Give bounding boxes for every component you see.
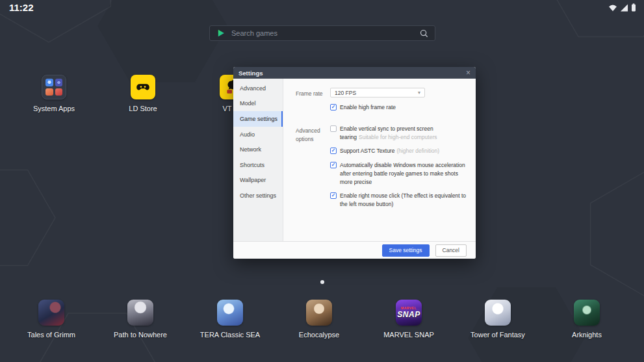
cancel-button[interactable]: Cancel [435, 244, 467, 257]
option-text: Automatically disable Windows mouse acce… [340, 162, 465, 185]
sidebar-item-label: Shortcuts [240, 162, 264, 168]
search-input[interactable] [231, 29, 420, 37]
app-system-apps[interactable]: System Apps [15, 75, 93, 112]
mouse-acceleration-checkbox[interactable]: ✓ [330, 162, 337, 168]
sidebar-item-other-settings[interactable]: Other settings [233, 188, 283, 203]
store-mini-icon [55, 88, 63, 96]
chevron-down-icon: ▾ [418, 90, 420, 96]
battery-icon [631, 3, 636, 12]
high-frame-rate-checkbox[interactable]: ✓ [330, 104, 337, 110]
gamepad-icon [135, 79, 151, 96]
option-text: Enable right mouse click (The effect is … [340, 192, 466, 207]
sidebar-item-game-settings[interactable]: Game settings [233, 111, 283, 127]
app-arknights[interactable]: Arknights [548, 300, 626, 339]
app-tera-classic-sea[interactable]: TERA Classic SEA [191, 300, 269, 339]
app-label: MARVEL SNAP [383, 331, 434, 339]
app-label: LD Store [129, 105, 157, 112]
tera-classic-sea-icon [217, 300, 243, 326]
arknights-icon [574, 300, 600, 326]
option-text: Support ASTC Texture [340, 148, 394, 154]
checkbox-check-icon: ✓ [331, 148, 336, 153]
settings-content: Frame rate 120 FPS ▾ ✓ Enable high frame… [283, 79, 476, 241]
app-marvel-snap[interactable]: MARVEL SNAP MARVEL SNAP [370, 300, 448, 339]
save-settings-button[interactable]: Save settings [382, 244, 430, 257]
page-indicator-dot [320, 280, 324, 284]
frame-rate-value: 120 FPS [335, 90, 356, 96]
app-echocalypse[interactable]: Echocalypse [280, 300, 358, 339]
app-label: Tower of Fantasy [470, 331, 525, 339]
sidebar-item-advanced[interactable]: Advanced [233, 81, 283, 96]
app-tales-of-grimm[interactable]: Tales of Grimm [12, 300, 90, 339]
app-path-to-nowhere[interactable]: Path to Nowhere [101, 300, 179, 339]
checkbox-check-icon: ✓ [331, 162, 336, 168]
astc-texture-checkbox[interactable]: ✓ [330, 148, 337, 154]
vertical-sync-option[interactable]: ✓ Enable vertical sync to prevent screen… [330, 125, 467, 142]
sidebar-item-label: Model [240, 100, 256, 107]
browser-mini-icon [45, 79, 53, 86]
search-bar[interactable] [209, 25, 435, 41]
option-hint: Suitable for high-end computers [359, 134, 437, 140]
settings-sidebar: Advanced Model Game settings Audio Netwo… [233, 79, 283, 241]
astc-texture-option[interactable]: ✓ Support ASTC Texture(higher definition… [330, 147, 467, 155]
sidebar-item-network[interactable]: Network [233, 142, 283, 157]
sidebar-item-label: Network [240, 146, 261, 153]
frame-rate-dropdown[interactable]: 120 FPS ▾ [330, 88, 425, 97]
app-label: Path to Nowhere [114, 331, 167, 339]
snap-logo-text: SNAP [397, 310, 420, 319]
tales-of-grimm-icon [38, 300, 64, 326]
high-frame-rate-option[interactable]: ✓ Enable high frame rate [330, 103, 467, 112]
sidebar-item-label: Other settings [240, 192, 276, 199]
ldplayer-logo-icon [216, 29, 225, 38]
tower-of-fantasy-icon [485, 300, 511, 326]
echocalypse-icon [306, 300, 332, 326]
advanced-options-label: Advanced options [296, 125, 330, 214]
camera-mini-icon [55, 79, 63, 86]
close-icon[interactable]: × [466, 69, 470, 77]
files-mini-icon [45, 88, 53, 96]
right-mouse-click-option[interactable]: ✓ Enable right mouse click (The effect i… [330, 192, 467, 209]
sidebar-item-label: Audio [240, 131, 255, 138]
sidebar-item-label: Advanced [240, 85, 266, 92]
right-mouse-click-checkbox[interactable]: ✓ [330, 192, 337, 199]
checkbox-check-icon: ✓ [331, 193, 336, 198]
vertical-sync-checkbox[interactable]: ✓ [330, 125, 337, 132]
checkbox-check-icon: ✓ [331, 105, 336, 110]
android-home-screen: 11:22 System Apps LD Store [0, 0, 644, 362]
app-tower-of-fantasy[interactable]: Tower of Fantasy [459, 300, 537, 339]
sidebar-item-model[interactable]: Model [233, 96, 283, 112]
app-label: Echocalypse [299, 331, 339, 339]
app-label: System Apps [33, 105, 75, 112]
sidebar-item-label: Game settings [240, 116, 277, 122]
system-apps-folder-icon [42, 75, 66, 99]
ld-store-icon [131, 75, 155, 99]
sidebar-item-audio[interactable]: Audio [233, 127, 283, 142]
cellular-signal-icon [620, 4, 628, 12]
dialog-footer: Save settings Cancel [233, 241, 476, 259]
option-text: Enable high frame rate [340, 103, 467, 112]
wifi-icon [608, 4, 617, 12]
frame-rate-label: Frame rate [296, 88, 330, 112]
dialog-title: Settings [238, 70, 263, 77]
sidebar-item-shortcuts[interactable]: Shortcuts [233, 157, 283, 173]
path-to-nowhere-icon [127, 300, 153, 326]
sidebar-item-wallpaper[interactable]: Wallpaper [233, 173, 283, 188]
app-ld-store[interactable]: LD Store [104, 75, 182, 112]
app-label: TERA Classic SEA [200, 331, 260, 339]
sidebar-item-label: Wallpaper [240, 177, 266, 183]
app-label: Arknights [572, 331, 602, 339]
status-icons [608, 3, 636, 12]
mouse-acceleration-option[interactable]: ✓ Automatically disable Windows mouse ac… [330, 161, 467, 186]
search-icon[interactable] [420, 29, 428, 38]
settings-dialog: Settings × Advanced Model Game settings … [233, 67, 476, 259]
option-hint: (higher definition) [396, 148, 439, 154]
app-label: Tales of Grimm [27, 331, 75, 339]
status-clock: 11:22 [9, 2, 34, 13]
dialog-titlebar: Settings × [233, 67, 476, 79]
marvel-snap-icon: MARVEL SNAP [396, 300, 422, 326]
